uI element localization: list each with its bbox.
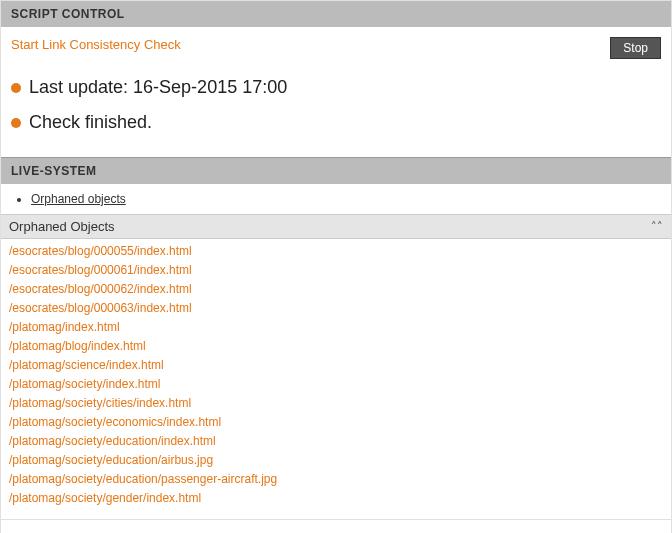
orphaned-object-link[interactable]: /platomag/society/index.html xyxy=(9,377,160,391)
orphaned-object-link[interactable]: /platomag/society/education/airbus.jpg xyxy=(9,453,213,467)
list-item: /esocrates/blog/000063/index.html xyxy=(9,298,663,317)
orphaned-object-link[interactable]: /esocrates/blog/000061/index.html xyxy=(9,263,192,277)
bullet-icon xyxy=(11,118,21,128)
orphaned-object-link[interactable]: /esocrates/blog/000055/index.html xyxy=(9,244,192,258)
orphaned-object-link[interactable]: /platomag/society/education/passenger-ai… xyxy=(9,472,277,486)
script-control-header: SCRIPT CONTROL xyxy=(1,1,671,27)
footer: Close xyxy=(1,519,671,533)
status-last-update: Last update: 16-Sep-2015 17:00 xyxy=(11,77,661,98)
list-item: /platomag/society/education/index.html xyxy=(9,431,663,450)
live-system-nav: Orphaned objects xyxy=(1,184,671,214)
list-item: /esocrates/blog/000055/index.html xyxy=(9,241,663,260)
orphaned-object-link[interactable]: /platomag/society/education/index.html xyxy=(9,434,216,448)
orphaned-object-link[interactable]: /esocrates/blog/000063/index.html xyxy=(9,301,192,315)
orphaned-objects-link[interactable]: Orphaned objects xyxy=(31,192,661,206)
orphaned-objects-list: /esocrates/blog/000055/index.html/esocra… xyxy=(1,239,671,513)
orphaned-object-link[interactable]: /platomag/society/gender/index.html xyxy=(9,491,201,505)
list-item: /platomag/society/economics/index.html xyxy=(9,412,663,431)
list-item: /esocrates/blog/000061/index.html xyxy=(9,260,663,279)
status-finished: Check finished. xyxy=(11,112,661,133)
orphaned-object-link[interactable]: /platomag/society/economics/index.html xyxy=(9,415,221,429)
list-item: /platomag/society/cities/index.html xyxy=(9,393,663,412)
list-item: /platomag/index.html xyxy=(9,317,663,336)
live-system-header: LIVE-SYSTEM xyxy=(1,157,671,184)
orphaned-object-link[interactable]: /platomag/index.html xyxy=(9,320,120,334)
script-control-body: Start Link Consistency Check Stop Last u… xyxy=(1,27,671,157)
orphaned-object-link[interactable]: /platomag/blog/index.html xyxy=(9,339,146,353)
list-item: /platomag/society/index.html xyxy=(9,374,663,393)
collapse-icon[interactable]: ˄˄ xyxy=(651,220,663,233)
bullet-icon xyxy=(11,83,21,93)
status-finished-text: Check finished. xyxy=(29,112,152,133)
list-item: /platomag/blog/index.html xyxy=(9,336,663,355)
main-panel: SCRIPT CONTROL Start Link Consistency Ch… xyxy=(0,0,672,533)
stop-button[interactable]: Stop xyxy=(610,37,661,59)
list-item: /esocrates/blog/000062/index.html xyxy=(9,279,663,298)
control-row: Start Link Consistency Check Stop xyxy=(11,37,661,59)
orphaned-object-link[interactable]: /esocrates/blog/000062/index.html xyxy=(9,282,192,296)
list-item: /platomag/society/education/airbus.jpg xyxy=(9,450,663,469)
orphaned-table-title: Orphaned Objects xyxy=(9,219,115,234)
orphaned-object-link[interactable]: /platomag/science/index.html xyxy=(9,358,164,372)
orphaned-object-link[interactable]: /platomag/society/cities/index.html xyxy=(9,396,191,410)
start-link[interactable]: Start Link Consistency Check xyxy=(11,37,181,52)
list-item: /platomag/science/index.html xyxy=(9,355,663,374)
status-update-text: Last update: 16-Sep-2015 17:00 xyxy=(29,77,287,98)
orphaned-table-header: Orphaned Objects ˄˄ xyxy=(1,214,671,239)
list-item: /platomag/society/education/passenger-ai… xyxy=(9,469,663,488)
list-item: /platomag/society/gender/index.html xyxy=(9,488,663,507)
